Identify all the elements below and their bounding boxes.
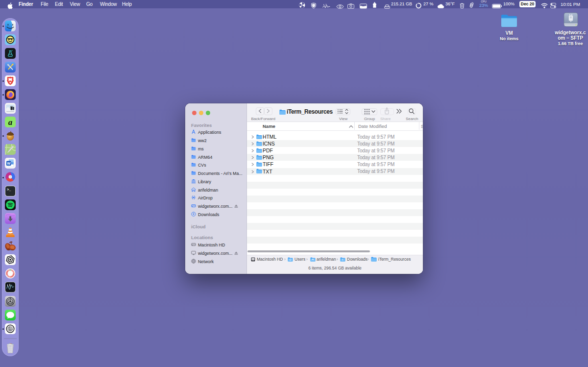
svg-text:W: W bbox=[7, 161, 11, 166]
svg-text:a: a bbox=[8, 118, 13, 127]
svg-text:>_: >_ bbox=[7, 188, 11, 192]
